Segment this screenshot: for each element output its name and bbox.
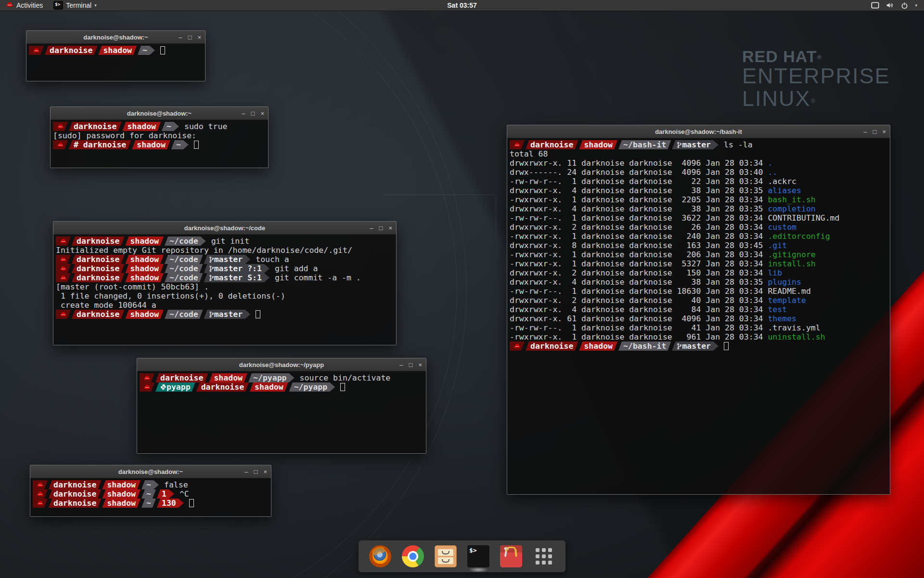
prompt-segment-git: master ?:1 xyxy=(204,264,270,273)
prompt-segment-host: shadow xyxy=(125,264,164,273)
screen-icon[interactable] xyxy=(871,2,879,9)
dock-item-files[interactable] xyxy=(435,545,457,567)
prompt-segment-path: ~/pyapp xyxy=(289,382,335,392)
maximize-button[interactable]: □ xyxy=(188,34,192,40)
prompt-segment-venv: pyapp xyxy=(155,382,195,392)
prompt-line: # darknoiseshadow~ xyxy=(53,140,266,149)
prompt-segment-user: darknoise xyxy=(72,273,124,282)
window-titlebar[interactable]: darknoise@shadow:~ – □ × xyxy=(30,465,271,478)
prompt-segment-user: darknoise xyxy=(526,140,578,149)
prompt-segment-path: ~ xyxy=(141,489,156,499)
prompt-segment-hat xyxy=(510,342,525,351)
terminal-content[interactable]: darknoiseshadow~/bash-itmasterls -latota… xyxy=(507,138,890,494)
ls-row: -rw-rw-r--. 1 darknoise darknoise 22 Jan… xyxy=(510,177,887,186)
close-button[interactable]: × xyxy=(418,362,422,368)
activities-button[interactable]: Activities xyxy=(0,0,49,11)
volume-icon[interactable] xyxy=(886,2,894,9)
power-icon[interactable] xyxy=(901,2,908,9)
prompt-segment-exit: 1 xyxy=(157,489,174,499)
minimize-button[interactable]: – xyxy=(370,225,373,231)
minimize-button[interactable]: – xyxy=(179,34,182,40)
redhat-icon xyxy=(60,275,67,280)
ls-row: drwxrwxr-x. 4 darknoise darknoise 84 Jan… xyxy=(510,305,887,314)
maximize-button[interactable]: □ xyxy=(379,225,383,231)
file-name: custom xyxy=(768,223,796,232)
chevron-down-icon[interactable]: ▾ xyxy=(915,3,917,8)
maximize-button[interactable]: □ xyxy=(873,129,877,135)
maximize-button[interactable]: □ xyxy=(254,469,258,475)
prompt-line: darknoiseshadow~/codemaster S:1git commi… xyxy=(56,273,394,282)
prompt-segment-git: master xyxy=(672,342,719,351)
redhat-icon xyxy=(57,142,64,147)
command-text: touch a xyxy=(256,255,289,264)
prompt-segment-user: darknoise xyxy=(196,382,249,392)
dock-item-app-grid[interactable] xyxy=(533,545,555,567)
minimize-button[interactable]: – xyxy=(863,129,867,135)
prompt-segment-host: shadow xyxy=(125,236,164,246)
terminal-content[interactable]: darknoiseshadow~ xyxy=(26,44,205,81)
window-titlebar[interactable]: darknoise@shadow:~/bash-it – □ × xyxy=(507,125,890,138)
python-icon xyxy=(160,384,167,390)
maximize-button[interactable]: □ xyxy=(251,110,255,117)
file-name: install.sh xyxy=(768,259,815,268)
ls-row: drwxrwxr-x. 2 darknoise darknoise 150 Ja… xyxy=(510,268,887,277)
prompt-line: darknoiseshadow~ xyxy=(29,46,203,55)
terminal-content[interactable]: darknoiseshadow~falsedarknoiseshadow~1^C… xyxy=(30,478,271,516)
maximize-button[interactable]: □ xyxy=(409,362,413,368)
branch-icon xyxy=(209,265,214,272)
prompt-segment-hat xyxy=(56,255,71,264)
wallpaper-line xyxy=(383,195,496,195)
minimize-button[interactable]: – xyxy=(399,362,403,368)
prompt-segment-hat xyxy=(56,264,71,273)
file-name: .gitignore xyxy=(768,250,815,259)
window-titlebar[interactable]: darknoise@shadow:~/code – □ × xyxy=(53,222,396,235)
prompt-segment-path: ~ xyxy=(138,46,155,55)
dock-item-chrome[interactable] xyxy=(402,545,424,567)
prompt-segment-path: ~/bash-it xyxy=(618,140,671,149)
close-button[interactable]: × xyxy=(260,110,264,117)
command-text: git commit -a -m . xyxy=(275,273,361,282)
terminal-content[interactable]: darknoiseshadow~sudo true[sudo] password… xyxy=(51,120,268,168)
minimize-button[interactable]: – xyxy=(244,469,248,475)
app-menu-terminal[interactable]: $> Terminal ▾ xyxy=(49,0,101,11)
branch-icon xyxy=(677,142,682,148)
terminal-content[interactable]: darknoiseshadow~/pyappsource bin/activat… xyxy=(137,371,426,453)
prompt-line: darknoiseshadow~/bash-itmaster xyxy=(510,342,887,351)
prompt-segment-host: shadow xyxy=(209,373,247,382)
file-name: themes xyxy=(768,314,796,323)
close-button[interactable]: × xyxy=(263,469,267,475)
terminal-cursor xyxy=(194,141,199,149)
dock-item-firefox[interactable] xyxy=(369,545,391,567)
chevron-down-icon: ▾ xyxy=(94,3,97,8)
prompt-segment-path: ~ xyxy=(162,122,179,131)
close-button[interactable]: × xyxy=(882,129,886,135)
terminal-window-sudo: darknoise@shadow:~ – □ × darknoiseshadow… xyxy=(50,106,269,168)
terminal-cursor xyxy=(160,46,165,54)
redhat-icon xyxy=(33,48,40,53)
dock-item-terminal[interactable]: $> xyxy=(467,545,489,567)
dock-item-toolbox[interactable] xyxy=(500,545,522,567)
redhat-icon xyxy=(513,142,521,147)
brand-linux: LINUX xyxy=(742,86,811,111)
minimize-button[interactable]: – xyxy=(242,110,245,117)
window-titlebar[interactable]: darknoise@shadow:~ – □ × xyxy=(26,31,205,44)
window-title: darknoise@shadow:~ xyxy=(127,110,192,117)
ls-row: -rwxrwxr-x. 1 darknoise darknoise 240 Ja… xyxy=(510,232,887,241)
app-menu-label: Terminal xyxy=(66,1,91,9)
redhat-icon xyxy=(143,384,151,390)
terminal-content[interactable]: darknoiseshadow~/codegit initInitialized… xyxy=(53,235,396,345)
prompt-segment-git: master xyxy=(204,310,251,319)
window-titlebar[interactable]: darknoise@shadow:~/pyapp – □ × xyxy=(137,358,426,371)
command-text: sudo true xyxy=(184,122,227,131)
close-button[interactable]: × xyxy=(197,34,201,40)
brand-enterprise: ENTERPRISE xyxy=(742,65,890,88)
prompt-line: darknoiseshadow~/bash-itmasterls -la xyxy=(510,140,887,149)
file-name: lib xyxy=(768,268,782,277)
prompt-segment-host: shadow xyxy=(579,342,617,351)
prompt-segment-hat xyxy=(140,373,154,382)
terminal-window-code: darknoise@shadow:~/code – □ × darknoises… xyxy=(53,221,397,345)
window-titlebar[interactable]: darknoise@shadow:~ – □ × xyxy=(51,107,268,120)
clock[interactable]: Sat 03:57 xyxy=(447,1,476,9)
ls-row: drwxrwxr-x. 8 darknoise darknoise 163 Ja… xyxy=(510,241,887,250)
close-button[interactable]: × xyxy=(388,225,392,231)
